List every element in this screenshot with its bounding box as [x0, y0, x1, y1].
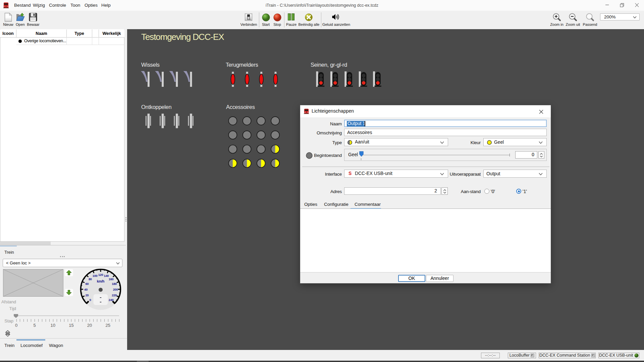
svg-text:220: 220 — [112, 293, 117, 297]
svg-text:100: 100 — [93, 274, 98, 278]
svg-text:140: 140 — [104, 274, 109, 278]
svg-text:60: 60 — [85, 282, 89, 286]
svg-text:200: 200 — [113, 288, 118, 291]
svg-text:0: 0 — [89, 298, 91, 302]
svg-text:40: 40 — [84, 288, 88, 291]
svg-text:180: 180 — [112, 282, 117, 286]
svg-text:80: 80 — [89, 277, 92, 281]
svg-text:km/h: km/h — [97, 280, 105, 283]
svg-text:240: 240 — [109, 298, 114, 302]
svg-text:160: 160 — [109, 277, 114, 281]
svg-text:20: 20 — [85, 293, 89, 297]
svg-text:120: 120 — [98, 273, 103, 277]
